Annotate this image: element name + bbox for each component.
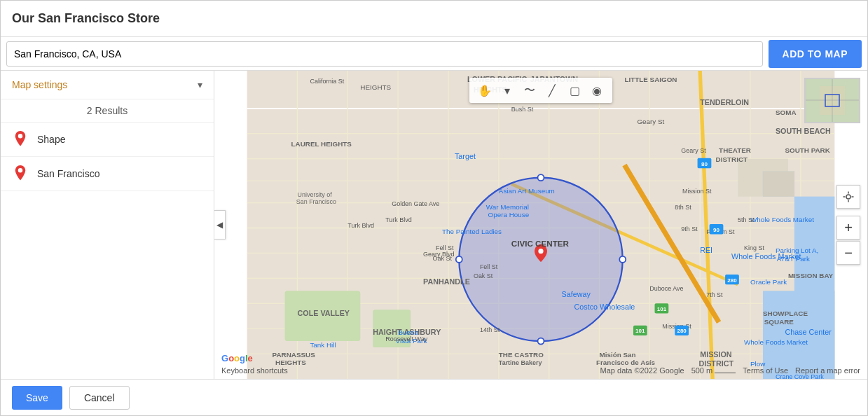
sidebar: Map settings ▾ 2 Results Shape (1, 71, 214, 379)
svg-text:9th St: 9th St (681, 226, 698, 233)
svg-text:Francisco de Asís: Francisco de Asís (596, 359, 656, 366)
marker-tool-button[interactable]: ▾ (497, 81, 517, 100)
svg-text:SOMA: SOMA (776, 109, 797, 116)
map-scale: 500 m (691, 366, 736, 375)
svg-text:California St: California St (310, 78, 344, 85)
svg-text:280: 280 (677, 328, 687, 334)
map-settings-row[interactable]: Map settings ▾ (1, 71, 214, 99)
zoom-in-button[interactable]: + (836, 216, 860, 240)
svg-text:Geary St: Geary St (681, 147, 706, 154)
search-input[interactable] (6, 41, 763, 67)
zoom-out-button[interactable]: − (836, 241, 860, 265)
collapse-sidebar-button[interactable]: ◀ (214, 210, 226, 240)
map-footer: Keyboard shortcuts Map data ©2022 Google… (214, 366, 867, 375)
my-location-button[interactable] (836, 185, 860, 209)
hand-tool-button[interactable]: ✋ (475, 81, 495, 100)
map-data-label: Map data ©2022 Google (600, 366, 684, 375)
svg-text:HEIGHTS: HEIGHTS (275, 359, 306, 366)
svg-text:SHOWPLACE: SHOWPLACE (763, 310, 808, 317)
svg-text:SOUTH PARK: SOUTH PARK (785, 146, 830, 154)
pin-icon (12, 165, 29, 182)
svg-text:Safeway: Safeway (562, 290, 591, 298)
svg-text:Duboce Ave: Duboce Ave (649, 285, 683, 292)
svg-text:The Painted Ladies: The Painted Ladies (442, 228, 502, 235)
svg-text:DISTRICT: DISTRICT (716, 155, 748, 163)
svg-text:90: 90 (713, 227, 719, 233)
circle-tool-button[interactable]: ◉ (587, 81, 607, 100)
report-map-error-link[interactable]: Report a map error (795, 366, 860, 375)
svg-text:AT&T Park: AT&T Park (777, 255, 810, 263)
svg-text:Golden Gate Ave: Golden Gate Ave (392, 200, 439, 207)
map-toolbar: ✋ ▾ 〜 ╱ ▢ ◉ (469, 78, 612, 103)
svg-rect-33 (763, 172, 794, 197)
svg-point-0 (18, 134, 22, 138)
bottom-bar: Save Cancel (1, 379, 867, 415)
svg-text:Mission St: Mission St (682, 188, 712, 195)
search-bar: ADD TO MAP (1, 37, 867, 71)
result-list: Shape San Francisco (1, 123, 214, 379)
list-item[interactable]: Shape (1, 123, 214, 157)
pin-icon (12, 131, 29, 148)
svg-text:Oak St: Oak St (474, 272, 493, 279)
svg-point-38 (538, 174, 544, 181)
terms-of-use-link[interactable]: Terms of Use (743, 366, 788, 375)
svg-text:LITTLE SAIGON: LITTLE SAIGON (624, 76, 677, 83)
cancel-button[interactable]: Cancel (69, 386, 130, 410)
svg-point-37 (619, 256, 626, 263)
save-button[interactable]: Save (12, 386, 62, 410)
title-bar: Our San Francisco Store (1, 1, 867, 37)
results-count: 2 Results (1, 99, 214, 123)
result-sf-label: San Francisco (37, 168, 99, 179)
svg-text:Tartine Bakery: Tartine Bakery (499, 359, 542, 366)
svg-text:8th St: 8th St (675, 204, 691, 211)
svg-point-36 (456, 256, 462, 263)
svg-text:Misión San: Misión San (600, 351, 636, 359)
map-zoom-controls: + − (836, 185, 860, 265)
svg-point-1 (18, 168, 22, 172)
svg-text:Costco Wholesale: Costco Wholesale (574, 303, 635, 311)
svg-text:Opera House: Opera House (488, 211, 530, 219)
svg-text:MISSION: MISSION (700, 350, 732, 359)
svg-text:80: 80 (701, 161, 708, 167)
svg-text:REI: REI (700, 246, 712, 254)
svg-text:Turk Blvd: Turk Blvd (347, 222, 374, 229)
svg-text:PARNASSUS: PARNASSUS (273, 351, 316, 359)
rectangle-tool-button[interactable]: ▢ (565, 81, 584, 100)
svg-text:7th St: 7th St (706, 291, 723, 298)
map-footer-links: Map data ©2022 Google 500 m Terms of Use… (600, 366, 860, 375)
svg-text:HEIGHTS: HEIGHTS (360, 83, 391, 91)
google-logo: Google (221, 353, 253, 363)
app-container: Our San Francisco Store ADD TO MAP Map s… (0, 0, 868, 416)
svg-text:101: 101 (657, 306, 667, 312)
svg-text:Target: Target (455, 152, 476, 160)
svg-text:War Memorial: War Memorial (486, 203, 529, 211)
svg-text:COLE VALLEY: COLE VALLEY (297, 309, 350, 317)
svg-text:Parking Lot A,: Parking Lot A, (776, 247, 818, 254)
svg-text:Whole Foods Market: Whole Foods Market (744, 338, 808, 346)
svg-text:Bush St: Bush St (511, 106, 534, 113)
map-settings-label: Map settings (12, 79, 67, 90)
add-to-map-button[interactable]: ADD TO MAP (769, 40, 862, 68)
svg-point-39 (538, 338, 544, 345)
keyboard-shortcuts-link[interactable]: Keyboard shortcuts (221, 366, 288, 375)
svg-text:LAUREL HEIGHTS: LAUREL HEIGHTS (291, 140, 352, 148)
svg-text:Asian Art Museum: Asian Art Museum (499, 187, 555, 195)
svg-text:280: 280 (727, 277, 737, 284)
list-item[interactable]: San Francisco (1, 157, 214, 191)
svg-text:San Francisco: San Francisco (296, 198, 336, 205)
svg-text:Chase Center: Chase Center (785, 328, 832, 336)
chevron-down-icon: ▾ (198, 79, 202, 90)
line-tool-button[interactable]: 〜 (520, 81, 539, 100)
svg-text:14th St: 14th St (480, 326, 500, 333)
svg-text:SOUTH BEACH: SOUTH BEACH (776, 127, 831, 135)
polyline-tool-button[interactable]: ╱ (542, 81, 562, 100)
svg-text:Oak St: Oak St (433, 255, 453, 262)
svg-text:5th St: 5th St (738, 216, 755, 223)
svg-text:PANHANDLE: PANHANDLE (423, 277, 470, 286)
svg-text:THE CASTRO: THE CASTRO (499, 351, 544, 359)
svg-text:MISSION BAY: MISSION BAY (788, 272, 834, 279)
map-area[interactable]: HEIGHTS California St Bush St LOWER PACI… (214, 71, 867, 379)
svg-text:THEATER: THEATER (719, 146, 751, 154)
minimap[interactable] (804, 78, 860, 123)
svg-text:Tank Hill: Tank Hill (310, 341, 336, 349)
